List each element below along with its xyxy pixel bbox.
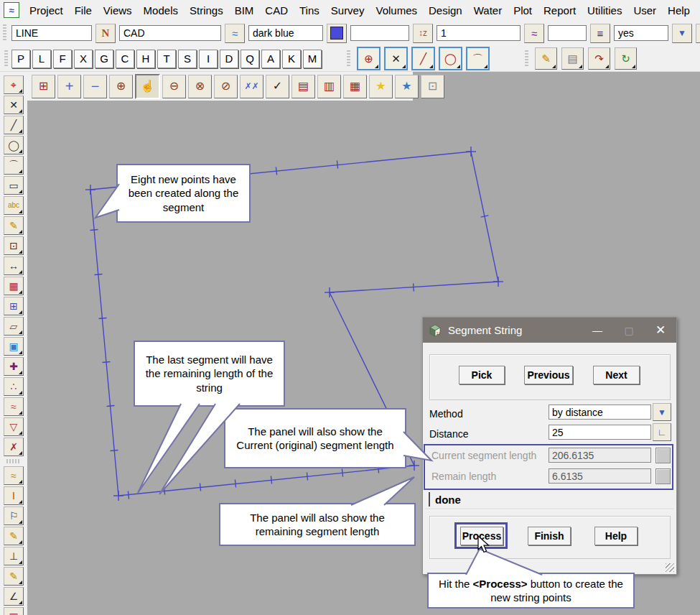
measure-icon[interactable]: ↔ — [4, 256, 24, 275]
menu-views[interactable]: Views — [98, 1, 138, 19]
point-line-icon[interactable]: ∴ — [4, 377, 24, 396]
cad-symbol-icon[interactable]: ✎ — [4, 216, 24, 235]
height-z-button[interactable]: ↕z — [413, 24, 433, 43]
distance-ruler-button[interactable]: ∟ — [653, 423, 671, 441]
menu-project[interactable]: Project — [24, 1, 69, 19]
zoom-all-icon[interactable]: ⊗ — [188, 75, 212, 98]
pick-button[interactable]: Pick — [459, 366, 505, 384]
image-icon[interactable]: ▣ — [4, 337, 24, 356]
cad-text-icon[interactable]: abc — [4, 196, 24, 215]
cad-arc-icon[interactable]: ⌒ — [4, 156, 24, 175]
colour-swatch-button[interactable] — [327, 24, 347, 43]
clean-redraw-icon[interactable]: ✓ — [266, 75, 289, 98]
snap-toggle-a[interactable]: A — [261, 50, 280, 68]
cad-circle-icon[interactable]: ◯ — [4, 136, 24, 154]
plot-icon[interactable]: ▤ — [291, 75, 315, 98]
cad-model-input[interactable] — [119, 25, 221, 41]
name-button[interactable]: N — [95, 24, 116, 43]
zoom-previous-icon[interactable]: ⊘ — [214, 75, 238, 98]
cad-weight-input[interactable] — [548, 25, 587, 41]
remain-length-button[interactable] — [655, 468, 671, 484]
snap-toggle-c[interactable]: C — [116, 50, 134, 68]
sheet-grid-icon[interactable]: ▦ — [4, 607, 24, 615]
mirror-plane-icon[interactable]: ⊥ — [4, 547, 24, 565]
windows-plus-icon[interactable]: ⊞ — [4, 297, 24, 315]
cad-rect-icon[interactable]: ▭ — [4, 176, 24, 195]
weight-button[interactable]: ≡ — [590, 24, 610, 43]
current-length-button[interactable] — [655, 448, 671, 463]
polygon-icon[interactable]: ▱ — [4, 317, 24, 336]
dialog-titlebar[interactable]: 12 Segment String — ▢ ✕ — [423, 318, 676, 343]
attribute-picker-button[interactable]: ✒ — [696, 24, 700, 43]
toolbar-grip[interactable] — [347, 50, 350, 68]
menu-report[interactable]: Report — [538, 1, 582, 19]
locate-point-icon[interactable]: ⌖ — [4, 75, 24, 94]
cad-colour-input[interactable] — [248, 25, 323, 41]
freehand-string-icon[interactable]: ≈ — [4, 466, 24, 485]
resize-grip[interactable] — [666, 563, 674, 572]
point-snap-icon[interactable]: ⊕ — [357, 47, 381, 70]
redraw-icon[interactable]: ✗✗ — [240, 75, 263, 98]
menu-utilities[interactable]: Utilities — [582, 1, 627, 19]
distance-input[interactable] — [549, 425, 651, 440]
cad-text-input[interactable] — [11, 25, 92, 41]
cad-page-icon[interactable]: ▤ — [561, 47, 584, 70]
toolbar-grip[interactable] — [525, 50, 528, 68]
cad-point-square-icon[interactable]: ⊡ — [4, 236, 24, 255]
menu-help[interactable]: Help — [662, 1, 696, 19]
previous-button[interactable]: Previous — [524, 366, 573, 384]
snap-toggle-f[interactable]: F — [53, 50, 72, 68]
interface-icon[interactable]: I — [4, 486, 24, 505]
table-icon[interactable]: ▦ — [4, 277, 24, 295]
cad-line-icon[interactable]: ╱ — [4, 116, 24, 134]
fence-polygon-icon[interactable]: ▽ — [4, 417, 24, 436]
cad-edit-icon[interactable]: ↷ — [588, 47, 610, 70]
menu-file[interactable]: File — [69, 1, 98, 19]
zoom-in-icon[interactable]: + — [57, 75, 81, 98]
snap-toggle-x[interactable]: X — [74, 50, 93, 68]
line-snap-icon[interactable]: ╱ — [411, 47, 435, 70]
snap-toggle-s[interactable]: S — [178, 50, 197, 68]
method-dropdown-button[interactable]: ▼ — [653, 403, 671, 421]
model-layers-icon[interactable]: ≈ — [225, 24, 245, 43]
finish-button[interactable]: Finish — [528, 527, 571, 545]
views-star-icon[interactable]: ★ — [395, 75, 419, 98]
snap-toggle-l[interactable]: L — [32, 50, 51, 68]
window-corner-icon[interactable]: ⊡ — [421, 75, 444, 98]
menu-plot[interactable]: Plot — [508, 1, 538, 19]
snap-toggle-q[interactable]: Q — [241, 50, 259, 68]
zoom-out-icon[interactable]: − — [83, 75, 107, 98]
snap-toggle-k[interactable]: K — [282, 50, 301, 68]
toolbar-grip[interactable] — [4, 50, 8, 68]
menu-tins[interactable]: Tins — [294, 1, 325, 19]
pan-hand-icon[interactable]: ☝ — [135, 74, 160, 99]
snap-toggle-m[interactable]: M — [303, 50, 322, 68]
help-button[interactable]: Help — [594, 527, 638, 545]
snap-toggle-p[interactable]: P — [11, 50, 30, 68]
snap-toggle-d[interactable]: D — [220, 50, 238, 68]
snap-toggle-h[interactable]: H — [136, 50, 155, 68]
close-icon[interactable]: ✕ — [645, 318, 676, 343]
menu-user[interactable]: User — [627, 1, 662, 19]
method-input[interactable] — [549, 404, 651, 420]
favourites-star-icon[interactable]: ★ — [369, 75, 393, 98]
tinable-dropdown-button[interactable]: ▼ — [672, 24, 692, 43]
slope-icon[interactable]: ∠ — [4, 587, 24, 606]
toolbar-grip[interactable] — [3, 24, 6, 42]
cad-recalc-icon[interactable]: ↻ — [615, 47, 637, 70]
menu-volumes[interactable]: Volumes — [370, 1, 423, 19]
menu-strings[interactable]: Strings — [184, 1, 229, 19]
cad-points-icon[interactable]: ✕ — [4, 96, 24, 114]
views-window-icon[interactable]: ⊞ — [32, 75, 55, 98]
menu-water[interactable]: Water — [468, 1, 508, 19]
cross-snap-icon[interactable]: ✕ — [384, 47, 408, 70]
cad-draw-icon[interactable]: ✎ — [535, 47, 557, 70]
snap-toggle-t[interactable]: T — [157, 50, 176, 68]
process-button[interactable]: Process — [460, 527, 503, 545]
minimize-icon[interactable]: — — [582, 318, 613, 343]
cad-linestyle-input[interactable] — [437, 25, 521, 41]
traverse-icon[interactable]: ⚐ — [4, 507, 24, 525]
next-button[interactable]: Next — [593, 366, 640, 384]
delete-points-icon[interactable]: ✗ — [4, 438, 24, 456]
menu-models[interactable]: Models — [138, 1, 184, 19]
